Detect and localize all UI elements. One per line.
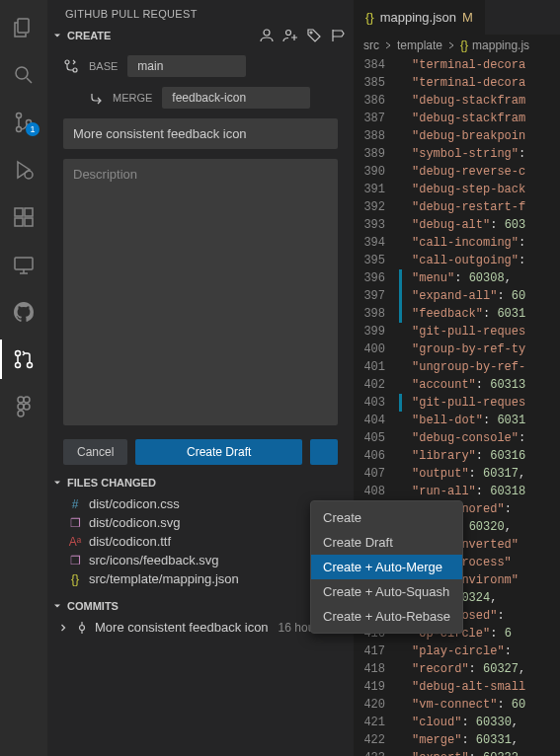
svg-point-17: [24, 404, 30, 410]
file-row[interactable]: ❐dist/codicon.svg: [47, 513, 354, 532]
person-icon[interactable]: [259, 28, 275, 43]
code-line: 399"git-pull-reques: [354, 323, 560, 340]
section-files-label: FILES CHANGED: [67, 477, 156, 489]
activity-search[interactable]: [0, 55, 47, 95]
svg-point-3: [17, 127, 22, 132]
tab-mapping-json[interactable]: {} mapping.json M: [354, 0, 486, 35]
base-branch-value[interactable]: main: [127, 55, 246, 77]
chevron-right-icon: [57, 622, 69, 634]
code-line: 395"call-outgoing":: [354, 252, 560, 269]
code-line: 402"account": 60313: [354, 376, 560, 394]
code-line: 392"debug-restart-f: [354, 198, 560, 216]
panel-title: GITHUB PULL REQUEST: [47, 0, 354, 24]
svg-point-24: [80, 625, 85, 630]
file-type-icon: Aª: [67, 535, 83, 549]
svg-point-12: [16, 363, 21, 368]
code-line: 407"output": 60317,: [354, 465, 560, 483]
code-area[interactable]: 384"terminal-decora385"terminal-decora38…: [354, 56, 560, 756]
breadcrumb[interactable]: src template {} mapping.js: [354, 35, 560, 56]
activity-run-debug[interactable]: [0, 150, 47, 189]
code-line: 418"record": 60327,: [354, 660, 560, 678]
activity-extensions[interactable]: [0, 197, 47, 237]
activity-source-control[interactable]: 1: [0, 103, 47, 142]
svg-point-16: [18, 404, 24, 410]
editor: {} mapping.json M src template {} mappin…: [354, 0, 560, 756]
chevron-down-icon: [51, 30, 63, 41]
code-line: 400"group-by-ref-ty: [354, 340, 560, 358]
section-commits-label: COMMITS: [67, 600, 119, 612]
svg-point-18: [18, 411, 24, 416]
dropdown-item[interactable]: Create: [311, 505, 462, 530]
base-label: BASE: [89, 60, 118, 72]
code-line: 401"ungroup-by-ref-: [354, 358, 560, 376]
svg-rect-0: [18, 19, 29, 33]
sidebar: GITHUB PULL REQUEST CREATE BASE main MER…: [47, 0, 354, 756]
compare-icon: [63, 58, 79, 74]
file-path: src/template/mapping.json: [89, 571, 239, 586]
file-path: src/icons/feedback.svg: [89, 553, 219, 567]
json-icon: {}: [460, 38, 468, 52]
tag-icon[interactable]: [306, 28, 322, 43]
code-line: 397"expand-all": 60: [354, 287, 560, 305]
section-files-header[interactable]: FILES CHANGED: [47, 473, 354, 492]
file-row[interactable]: #dist/codicon.css: [47, 494, 354, 513]
activity-github[interactable]: [0, 292, 47, 332]
scm-badge: 1: [26, 122, 40, 136]
code-line: 385"terminal-decora: [354, 74, 560, 92]
commits-list: More consistent feedback icon16 hou…: [47, 616, 354, 639]
svg-point-11: [16, 351, 21, 356]
section-create-header[interactable]: CREATE: [47, 24, 354, 47]
file-type-icon: #: [67, 497, 83, 511]
create-split-button[interactable]: [310, 439, 338, 465]
code-line: 423"export": 60332,: [354, 749, 560, 756]
add-reviewer-icon[interactable]: [282, 28, 298, 43]
dropdown-item[interactable]: Create + Auto-Squash: [311, 579, 462, 604]
activity-explorer[interactable]: [0, 8, 47, 47]
merge-label: MERGE: [113, 92, 152, 104]
search-icon: [12, 63, 36, 87]
code-line: 394"call-incoming":: [354, 234, 560, 252]
github-icon: [12, 300, 36, 324]
tab-filename: mapping.json: [380, 10, 456, 25]
code-line: 406"library": 60316: [354, 447, 560, 465]
svg-point-13: [28, 363, 33, 368]
svg-point-21: [310, 32, 312, 34]
file-row[interactable]: {}src/template/mapping.jsonM: [47, 569, 354, 588]
create-draft-button[interactable]: Create Draft: [135, 439, 302, 465]
editor-tabs: {} mapping.json M: [354, 0, 560, 35]
git-commit-icon: [75, 621, 89, 635]
remote-icon: [12, 253, 36, 276]
pr-description-input[interactable]: [63, 159, 338, 425]
dropdown-item[interactable]: Create Draft: [311, 530, 462, 555]
code-line: 408"run-all": 60318: [354, 483, 560, 500]
file-row[interactable]: ❐src/icons/feedback.svg: [47, 551, 354, 569]
files-changed-list: #dist/codicon.css❐dist/codicon.svgAªdist…: [47, 492, 354, 590]
code-line: 384"terminal-decora: [354, 56, 560, 74]
dropdown-item[interactable]: Create + Auto-Merge: [311, 555, 462, 579]
create-dropdown-menu: CreateCreate DraftCreate + Auto-MergeCre…: [310, 500, 463, 634]
arrow-icon: [89, 91, 103, 105]
commit-message: More consistent feedback icon: [95, 620, 269, 635]
cancel-button[interactable]: Cancel: [63, 439, 127, 465]
code-line: 389"symbol-string":: [354, 145, 560, 163]
figma-icon: [12, 395, 36, 418]
file-row[interactable]: Aªdist/codicon.ttf: [47, 532, 354, 551]
svg-point-15: [24, 397, 30, 403]
svg-point-23: [73, 68, 77, 72]
svg-point-1: [16, 67, 28, 79]
section-create-label: CREATE: [67, 30, 111, 41]
code-line: 396"menu": 60308,: [354, 269, 560, 287]
dropdown-item[interactable]: Create + Auto-Rebase: [311, 604, 462, 629]
activity-remote[interactable]: [0, 245, 47, 284]
pr-title-input[interactable]: [63, 118, 338, 149]
milestone-icon[interactable]: [330, 28, 346, 43]
activity-pull-requests[interactable]: [0, 340, 47, 379]
section-commits-header[interactable]: COMMITS: [47, 596, 354, 616]
merge-branch-value[interactable]: feedback-icon: [162, 87, 310, 109]
activity-figma[interactable]: [0, 387, 47, 426]
commit-row[interactable]: More consistent feedback icon16 hou…: [47, 616, 354, 639]
svg-rect-10: [15, 258, 33, 269]
code-line: 405"debug-console":: [354, 429, 560, 447]
file-path: dist/codicon.css: [89, 496, 180, 511]
extensions-icon: [12, 205, 36, 229]
